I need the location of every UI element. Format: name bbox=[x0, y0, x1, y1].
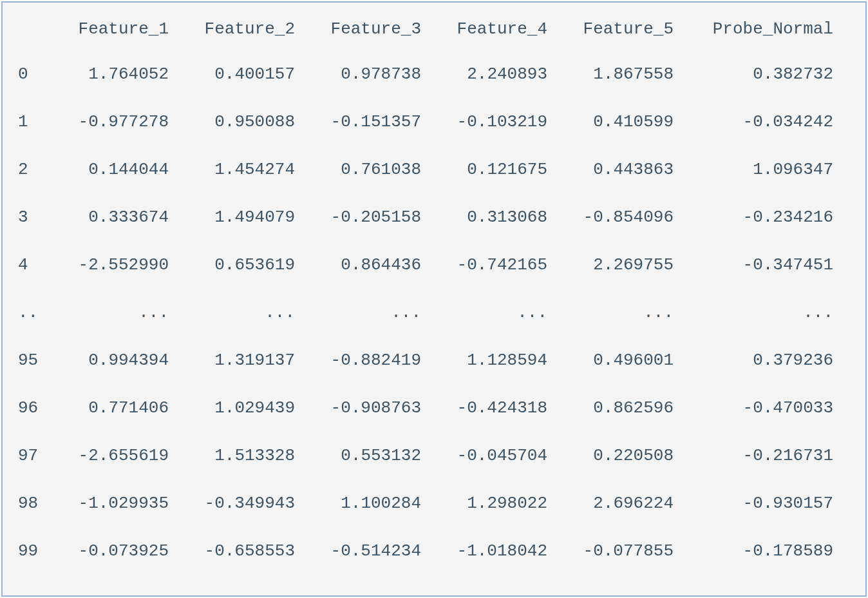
cell: -0.077855 bbox=[559, 543, 685, 559]
cell: -0.930157 bbox=[685, 495, 845, 512]
cell: 1.494079 bbox=[180, 209, 307, 226]
cell: -0.205158 bbox=[307, 209, 433, 226]
cell-ellipsis: ... bbox=[433, 304, 559, 321]
row-index: 96 bbox=[18, 400, 54, 416]
cell: 0.496001 bbox=[559, 352, 685, 369]
cell: 0.761038 bbox=[307, 161, 433, 178]
cell: -2.552990 bbox=[54, 256, 180, 273]
table-row: 4 -2.552990 0.653619 0.864436 -0.742165 … bbox=[3, 256, 865, 304]
cell: 0.144044 bbox=[54, 161, 180, 178]
cell-ellipsis: ... bbox=[685, 304, 845, 321]
cell: 1.029439 bbox=[180, 400, 307, 416]
cell: -2.655619 bbox=[54, 447, 180, 464]
cell: 0.978738 bbox=[307, 66, 433, 82]
row-index: 99 bbox=[18, 543, 54, 559]
cell: -0.103219 bbox=[433, 113, 559, 130]
cell: 1.096347 bbox=[685, 161, 845, 178]
table-row: 98 -1.029935 -0.349943 1.100284 1.298022… bbox=[3, 495, 865, 543]
cell: -0.151357 bbox=[307, 113, 433, 130]
cell: 0.313068 bbox=[433, 209, 559, 226]
dataframe-output: Feature_1 Feature_2 Feature_3 Feature_4 … bbox=[1, 1, 867, 597]
cell: 1.298022 bbox=[433, 495, 559, 512]
row-index: 0 bbox=[18, 66, 54, 82]
cell: 2.240893 bbox=[433, 66, 559, 82]
cell: 0.410599 bbox=[559, 113, 685, 130]
cell: -0.216731 bbox=[685, 447, 845, 464]
cell: 0.862596 bbox=[559, 400, 685, 416]
cell: 1.128594 bbox=[433, 352, 559, 369]
table-row: 2 0.144044 1.454274 0.761038 0.121675 0.… bbox=[3, 161, 865, 209]
cell: 0.379236 bbox=[685, 352, 845, 369]
col-header: Probe_Normal bbox=[685, 21, 845, 37]
cell: -0.908763 bbox=[307, 400, 433, 416]
col-header: Feature_2 bbox=[180, 21, 307, 37]
cell: -0.347451 bbox=[685, 256, 845, 273]
row-index: 98 bbox=[18, 495, 54, 512]
cell: 0.121675 bbox=[433, 161, 559, 178]
cell: 0.950088 bbox=[180, 113, 307, 130]
cell: 1.867558 bbox=[559, 66, 685, 82]
table-row: 1 -0.977278 0.950088 -0.151357 -0.103219… bbox=[3, 113, 865, 161]
cell: -0.424318 bbox=[433, 400, 559, 416]
col-header: Feature_5 bbox=[559, 21, 685, 37]
table-row: 97 -2.655619 1.513328 0.553132 -0.045704… bbox=[3, 447, 865, 495]
cell: 0.771406 bbox=[54, 400, 180, 416]
cell: 0.382732 bbox=[685, 66, 845, 82]
cell: 2.269755 bbox=[559, 256, 685, 273]
ellipsis-row: .. ... ... ... ... ... ... bbox=[3, 304, 865, 352]
cell: -0.349943 bbox=[180, 495, 307, 512]
table-row: 0 1.764052 0.400157 0.978738 2.240893 1.… bbox=[3, 66, 865, 113]
cell: -0.034242 bbox=[685, 113, 845, 130]
cell: -1.029935 bbox=[54, 495, 180, 512]
table-row: 99 -0.073925 -0.658553 -0.514234 -1.0180… bbox=[3, 543, 865, 590]
cell: 1.100284 bbox=[307, 495, 433, 512]
cell: -0.470033 bbox=[685, 400, 845, 416]
row-index: 1 bbox=[18, 113, 54, 130]
cell: 0.443863 bbox=[559, 161, 685, 178]
cell: 0.333674 bbox=[54, 209, 180, 226]
cell: -0.073925 bbox=[54, 543, 180, 559]
cell-ellipsis: ... bbox=[559, 304, 685, 321]
cell: 0.653619 bbox=[180, 256, 307, 273]
cell: -0.658553 bbox=[180, 543, 307, 559]
cell-ellipsis: ... bbox=[180, 304, 307, 321]
cell: 0.994394 bbox=[54, 352, 180, 369]
row-index: 2 bbox=[18, 161, 54, 178]
cell: -0.742165 bbox=[433, 256, 559, 273]
cell-ellipsis: ... bbox=[54, 304, 180, 321]
table-row: 96 0.771406 1.029439 -0.908763 -0.424318… bbox=[3, 400, 865, 447]
cell: 0.220508 bbox=[559, 447, 685, 464]
row-index-ellipsis: .. bbox=[18, 304, 54, 321]
cell: 0.553132 bbox=[307, 447, 433, 464]
table-row: 95 0.994394 1.319137 -0.882419 1.128594 … bbox=[3, 352, 865, 400]
cell: 1.454274 bbox=[180, 161, 307, 178]
col-header: Feature_1 bbox=[54, 21, 180, 37]
cell: 1.319137 bbox=[180, 352, 307, 369]
header-row: Feature_1 Feature_2 Feature_3 Feature_4 … bbox=[3, 21, 865, 66]
cell: 0.864436 bbox=[307, 256, 433, 273]
table-row: 3 0.333674 1.494079 -0.205158 0.313068 -… bbox=[3, 209, 865, 256]
cell-ellipsis: ... bbox=[307, 304, 433, 321]
cell: 1.764052 bbox=[54, 66, 180, 82]
cell: -0.977278 bbox=[54, 113, 180, 130]
row-index: 97 bbox=[18, 447, 54, 464]
cell: -0.178589 bbox=[685, 543, 845, 559]
cell: -1.018042 bbox=[433, 543, 559, 559]
cell: -0.234216 bbox=[685, 209, 845, 226]
cell: 1.513328 bbox=[180, 447, 307, 464]
cell: -0.514234 bbox=[307, 543, 433, 559]
col-header: Feature_4 bbox=[433, 21, 559, 37]
row-index: 3 bbox=[18, 209, 54, 226]
row-index: 4 bbox=[18, 256, 54, 273]
cell: 0.400157 bbox=[180, 66, 307, 82]
cell: -0.045704 bbox=[433, 447, 559, 464]
cell: 2.696224 bbox=[559, 495, 685, 512]
cell: -0.854096 bbox=[559, 209, 685, 226]
row-index: 95 bbox=[18, 352, 54, 369]
col-header: Feature_3 bbox=[307, 21, 433, 37]
cell: -0.882419 bbox=[307, 352, 433, 369]
